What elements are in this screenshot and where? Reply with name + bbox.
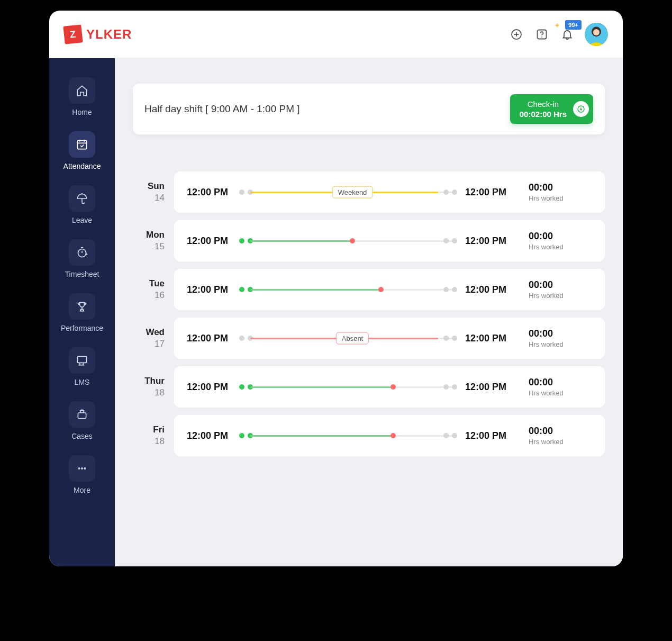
- timeline-dot: [443, 287, 449, 292]
- calendar-check-icon: [69, 131, 95, 158]
- notifications-button[interactable]: ✦ 99+: [559, 26, 575, 42]
- shift-title: Half day shift [ 9:00 AM - 1:00 PM ]: [144, 103, 300, 115]
- sidebar-label: Home: [72, 108, 92, 116]
- day-row: Thur1812:00 PM12:00 PM00:00Hrs worked: [133, 366, 605, 408]
- day-label: Sun14: [133, 181, 165, 203]
- checkin-label: Check-in: [528, 100, 559, 109]
- timeline-dot: [443, 189, 449, 195]
- timeline-track: [250, 289, 455, 291]
- day-card[interactable]: 12:00 PMWeekend12:00 PM00:00Hrs worked: [174, 171, 605, 213]
- end-time: 12:00 PM: [465, 430, 518, 441]
- sparkle-icon: ✦: [554, 21, 560, 30]
- day-row: Sun1412:00 PMWeekend12:00 PM00:00Hrs wor…: [133, 171, 605, 213]
- sidebar-label: Leave: [72, 216, 92, 224]
- topbar: Z YLKER ✦ 99+: [49, 11, 623, 58]
- start-time: 12:00 PM: [187, 333, 240, 344]
- svg-rect-22: [78, 413, 86, 419]
- timeline-fill: [250, 240, 352, 242]
- start-time: 12:00 PM: [187, 430, 240, 441]
- layout: Home Attendance Leave Timesheet Performa…: [49, 58, 623, 566]
- svg-point-24: [78, 467, 80, 470]
- end-time: 12:00 PM: [465, 284, 518, 295]
- timeline-dot-end: [452, 336, 457, 341]
- checkin-arrow-icon: [573, 101, 589, 117]
- timeline-fill: [250, 289, 381, 291]
- sidebar-label: LMS: [75, 378, 90, 386]
- day-label: Thur18: [133, 376, 165, 398]
- day-label: Mon15: [133, 230, 165, 252]
- timeline-dot-end: [452, 287, 457, 292]
- svg-point-25: [81, 467, 83, 470]
- hrs-worked-label: Hrs worked: [529, 389, 592, 397]
- day-row: Tue1612:00 PM12:00 PM00:00Hrs worked: [133, 269, 605, 310]
- day-card[interactable]: 12:00 PM12:00 PM00:00Hrs worked: [174, 220, 605, 261]
- help-button[interactable]: [534, 26, 550, 42]
- sidebar-item-attendance[interactable]: Attendance: [55, 125, 110, 176]
- hrs-worked-value: 00:00: [529, 279, 592, 291]
- day-date: 15: [155, 241, 165, 252]
- sidebar-item-lms[interactable]: LMS: [55, 341, 110, 392]
- briefcase-icon: [69, 401, 95, 428]
- sidebar: Home Attendance Leave Timesheet Performa…: [49, 58, 115, 566]
- checkin-button[interactable]: Check-in 00:02:00 Hrs: [510, 94, 593, 124]
- hrs-worked-value: 00:00: [529, 231, 592, 242]
- day-card[interactable]: 12:00 PM12:00 PM00:00Hrs worked: [174, 269, 605, 310]
- hrs-worked-cell: 00:00Hrs worked: [529, 279, 592, 300]
- brand-logo[interactable]: Z YLKER: [64, 25, 132, 43]
- hrs-worked-label: Hrs worked: [529, 194, 592, 202]
- day-date: 14: [155, 193, 165, 203]
- timeline-track: [250, 435, 455, 437]
- trophy-icon: [69, 293, 95, 320]
- hrs-worked-label: Hrs worked: [529, 243, 592, 251]
- user-avatar[interactable]: [585, 23, 608, 46]
- sidebar-item-performance[interactable]: Performance: [55, 287, 110, 338]
- hrs-worked-cell: 00:00Hrs worked: [529, 231, 592, 251]
- sidebar-item-leave[interactable]: Leave: [55, 179, 110, 230]
- timeline-fill: [250, 435, 393, 437]
- hrs-worked-label: Hrs worked: [529, 292, 592, 300]
- timeline: [250, 428, 455, 444]
- timeline-dot-start: [239, 287, 244, 292]
- days-list: Sun1412:00 PMWeekend12:00 PM00:00Hrs wor…: [133, 171, 605, 456]
- main-content: Half day shift [ 9:00 AM - 1:00 PM ] Che…: [115, 58, 623, 566]
- timeline: Weekend: [250, 184, 455, 200]
- day-date: 18: [155, 436, 165, 447]
- day-date: 17: [155, 339, 165, 349]
- day-name: Thur: [144, 376, 165, 386]
- hrs-worked-cell: 00:00Hrs worked: [529, 328, 592, 348]
- hrs-worked-cell: 00:00Hrs worked: [529, 377, 592, 397]
- umbrella-icon: [69, 185, 95, 212]
- day-card[interactable]: 12:00 PM12:00 PM00:00Hrs worked: [174, 366, 605, 408]
- timeline-track: Absent: [250, 338, 455, 339]
- day-row: Mon1512:00 PM12:00 PM00:00Hrs worked: [133, 220, 605, 261]
- help-icon: [535, 28, 548, 41]
- start-time: 12:00 PM: [187, 187, 240, 198]
- timeline-dot: [443, 336, 449, 341]
- sidebar-label: Attendance: [63, 162, 101, 170]
- timeline-marker: [378, 287, 384, 292]
- timeline-dot-start: [239, 433, 244, 438]
- timeline-dot-end: [452, 433, 457, 438]
- timeline-dot: [443, 433, 449, 438]
- day-card[interactable]: 12:00 PMAbsent12:00 PM00:00Hrs worked: [174, 318, 605, 359]
- sidebar-item-cases[interactable]: Cases: [55, 395, 110, 446]
- sidebar-item-timesheet[interactable]: Timesheet: [55, 233, 110, 284]
- sidebar-item-more[interactable]: More: [55, 449, 110, 500]
- timeline-dot-start: [239, 238, 244, 243]
- timeline-track: Weekend: [250, 192, 455, 193]
- add-button[interactable]: [508, 26, 524, 42]
- day-card[interactable]: 12:00 PM12:00 PM00:00Hrs worked: [174, 415, 605, 456]
- timeline-dot-start: [239, 189, 244, 195]
- start-time: 12:00 PM: [187, 382, 240, 393]
- home-icon: [69, 77, 95, 104]
- sidebar-label: Performance: [61, 324, 103, 332]
- sidebar-item-home[interactable]: Home: [55, 71, 110, 122]
- end-time: 12:00 PM: [465, 187, 518, 198]
- svg-rect-8: [77, 140, 86, 149]
- avatar-icon: [585, 23, 608, 46]
- day-label: Wed17: [133, 327, 165, 349]
- hrs-worked-value: 00:00: [529, 182, 592, 193]
- svg-point-4: [541, 36, 542, 37]
- svg-point-26: [84, 467, 86, 470]
- timeline-dot: [443, 238, 449, 243]
